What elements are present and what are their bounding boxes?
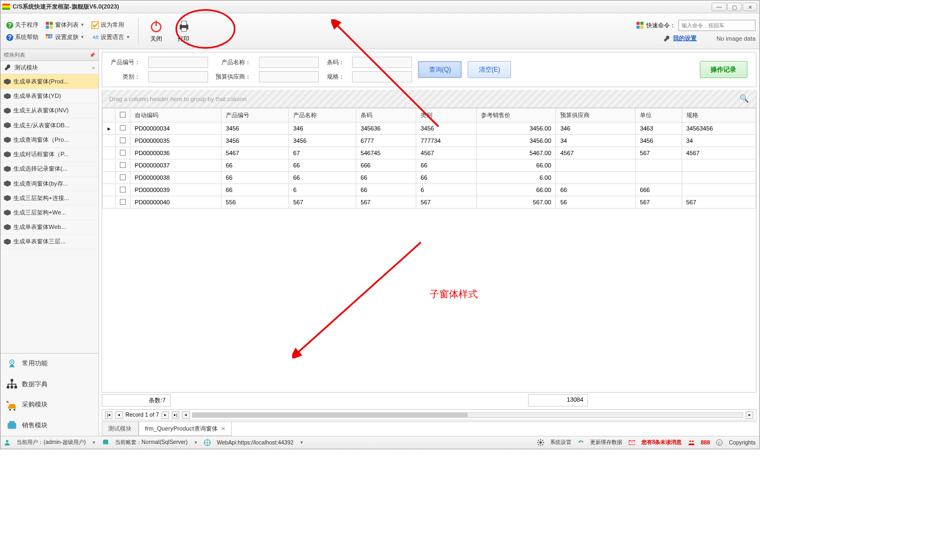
search-icon[interactable]: 🔍	[739, 94, 749, 103]
column-header[interactable]: 自动编码	[130, 109, 221, 122]
status-user[interactable]: 当前用户：(admin-超级用户)	[17, 439, 86, 446]
sidebar-item[interactable]: 生成单表窗体三层...	[1, 235, 98, 249]
table-row[interactable]: PD00000038666666666.00	[103, 172, 755, 184]
column-header[interactable]: 类别	[416, 109, 476, 122]
row-checkbox[interactable]	[120, 137, 125, 143]
set-default-button[interactable]: 设为常用	[89, 20, 132, 30]
status-copyrights[interactable]: Copyrights	[729, 440, 755, 446]
statusbar: 当前用户：(admin-超级用户)▼ 当前账套：Normal(SqlServer…	[1, 436, 759, 449]
form-list-button[interactable]: 窗体列表 ▼	[44, 20, 86, 30]
sidebar-item[interactable]: 生成三层架构+连接...	[1, 191, 98, 205]
table-row[interactable]: PD00000040556567567567567.0056567567	[103, 196, 755, 209]
sidebar-item[interactable]: 生成主从表窗体(INV)	[1, 104, 98, 118]
row-checkbox[interactable]	[120, 125, 125, 131]
power-icon	[149, 19, 163, 33]
last-page-button[interactable]: ▸|	[172, 411, 179, 419]
cube-icon	[4, 79, 11, 85]
sidebar-item[interactable]: 生成选择记录窗体(...	[1, 162, 98, 177]
sidebar-item[interactable]: 生成对话框窗体（P...	[1, 148, 98, 162]
sidebar-item[interactable]: 生成单表窗体Web...	[1, 220, 98, 235]
scroll-left-button[interactable]: ◂	[182, 411, 189, 419]
scroll-right-button[interactable]: ▸	[746, 411, 753, 419]
column-header[interactable]: 参考销售价	[476, 109, 556, 122]
svg-point-37	[6, 440, 9, 442]
status-webapi[interactable]: WebApi:https://localhost:44392	[217, 440, 293, 446]
row-checkbox[interactable]	[120, 199, 125, 204]
sys-help-button[interactable]: ? 系统帮助	[4, 33, 40, 42]
minimize-button[interactable]: —	[712, 3, 726, 11]
clear-button[interactable]: 清空(E)	[468, 61, 511, 78]
sidebar-module[interactable]: 销售模块	[1, 415, 98, 435]
query-button[interactable]: 查询(Q)	[418, 61, 462, 78]
prev-page-button[interactable]: ◂	[115, 411, 123, 419]
status-refresh[interactable]: 更新缓存数据	[590, 439, 622, 446]
close-form-button[interactable]: 关闭	[144, 18, 169, 44]
column-header[interactable]: 产品名称	[288, 109, 356, 122]
sidebar-module[interactable]: 常用功能	[1, 354, 98, 374]
column-header[interactable]: 产品编号	[222, 109, 289, 122]
sidebar-module[interactable]: 数据字典	[1, 374, 98, 394]
svg-point-43	[689, 440, 691, 442]
table-row[interactable]: PD000000353456345667777777343456.0034345…	[103, 135, 755, 147]
my-settings-link[interactable]: 我的设置	[673, 34, 697, 42]
input-name[interactable]	[259, 57, 319, 68]
users-icon	[688, 439, 695, 446]
print-button[interactable]: 打印	[172, 18, 196, 44]
flag-icon	[636, 21, 644, 29]
next-page-button[interactable]: ▸	[162, 411, 169, 419]
sidebar-section-test[interactable]: 测试模块 «	[1, 61, 98, 75]
sidebar-item[interactable]: 生成单表窗体(Prod...	[1, 74, 98, 89]
column-header[interactable]: 单位	[635, 109, 682, 122]
tab-close-icon[interactable]: ✕	[221, 426, 225, 432]
maximize-button[interactable]: ▢	[727, 3, 742, 11]
sidebar-item[interactable]: 生成单表窗体(YD)	[1, 89, 98, 104]
input-barcode[interactable]	[352, 57, 412, 68]
log-button[interactable]: 操作记录	[700, 61, 747, 78]
table-row[interactable]: PD0000003654676754674545675467.004567567…	[103, 147, 755, 159]
tab-query-product[interactable]: frm_QueryProduct查询窗体 ✕	[139, 422, 232, 436]
column-header[interactable]: 条码	[356, 109, 416, 122]
table-row[interactable]: PD0000003766666666666.00	[103, 159, 755, 172]
svg-rect-28	[6, 386, 9, 389]
column-header[interactable]: 预算供应商	[556, 109, 636, 122]
sidebar-item[interactable]: 生成三层架构+We...	[1, 205, 98, 220]
titlebar: C/S系统快速开发框架-旗舰版V6.0(2023) — ▢ ✕	[1, 1, 759, 13]
tab-test-module[interactable]: 测试模块	[102, 422, 138, 436]
pin-icon[interactable]: 📌	[89, 52, 95, 58]
status-sys-settings[interactable]: 系统设置	[550, 439, 571, 446]
cube-icon	[4, 108, 11, 113]
table-row[interactable]: ▸PD00000034345634634563634563456.0034634…	[103, 122, 755, 135]
column-header[interactable]: 规格	[682, 109, 755, 122]
cube-icon	[4, 166, 11, 172]
sidebar-item[interactable]: 生成查询窗体（Pro...	[1, 133, 98, 147]
sidebar-item[interactable]: 生成主/从表窗体DB...	[1, 118, 98, 133]
status-account[interactable]: 当前账套：Normal(SqlServer)	[115, 439, 188, 446]
input-code[interactable]	[148, 57, 208, 68]
table-row[interactable]: PD0000003966666666.0066666	[103, 184, 755, 196]
about-button[interactable]: ? 关于程序	[4, 20, 40, 30]
quick-cmd-input[interactable]	[678, 20, 755, 31]
row-checkbox[interactable]	[120, 187, 125, 192]
row-checkbox[interactable]	[120, 174, 125, 180]
input-supplier[interactable]	[259, 71, 319, 82]
input-category[interactable]	[148, 71, 208, 82]
set-lang-button[interactable]: A文 设置语言 ▼	[89, 33, 132, 42]
sidebar-item[interactable]: 生成查询窗体(by存...	[1, 177, 98, 191]
status-online[interactable]: 888	[701, 440, 710, 446]
svg-rect-24	[640, 26, 644, 29]
input-spec[interactable]	[352, 71, 412, 82]
close-button[interactable]: ✕	[743, 3, 757, 11]
close-form-label: 关闭	[150, 35, 162, 43]
row-checkbox[interactable]	[120, 162, 125, 167]
first-page-button[interactable]: |◂	[105, 411, 112, 419]
sidebar-module[interactable]: 采购模块	[1, 395, 98, 415]
row-checkbox[interactable]	[120, 150, 125, 155]
svg-rect-5	[50, 21, 53, 25]
status-unread[interactable]: 您有8条未读消息	[641, 439, 682, 446]
set-skin-button[interactable]: 设置皮肤 ▼	[44, 33, 86, 42]
group-by-bar[interactable]: Drag a column header here to group by th…	[102, 90, 756, 108]
cube-icon	[4, 122, 11, 128]
horizontal-scrollbar[interactable]	[192, 412, 743, 418]
wrench-icon	[663, 35, 670, 42]
svg-rect-23	[636, 26, 639, 29]
